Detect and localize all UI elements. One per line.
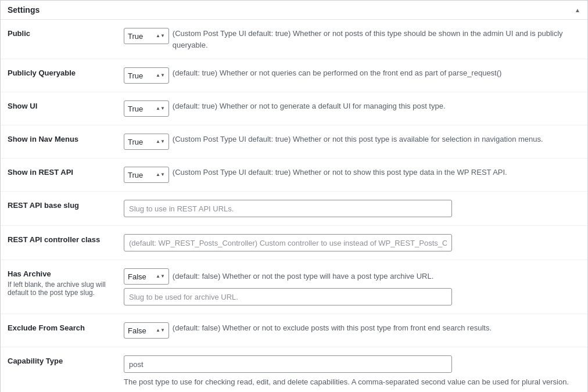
desc-exclude-from-search: (default: false) Whether or not to exclu…: [173, 322, 580, 334]
setting-row-capability-type: Capability Type The post type to use for…: [1, 347, 587, 392]
control-show-ui: True False ▲▼ (default: true) Whether or…: [124, 100, 580, 117]
select-wrapper-show-in-nav-menus[interactable]: True False ▲▼: [124, 134, 169, 150]
label-show-in-rest-api: Show in REST API: [8, 167, 124, 177]
label-public: Public: [8, 28, 124, 38]
select-arrows-publicly-queryable: ▲▼: [156, 73, 165, 78]
control-has-archive: False True ▲▼ (default: false) Whether o…: [124, 268, 580, 305]
control-publicly-queryable: True False ▲▼ (default: true) Whether or…: [124, 67, 580, 84]
select-public[interactable]: True False: [128, 32, 155, 41]
setting-row-show-in-rest-api: Show in REST API True False ▲▼ (Custom P…: [1, 159, 587, 192]
desc-has-archive: (default: false) Whether or not the post…: [173, 271, 580, 282]
select-wrapper-exclude-from-search[interactable]: False True ▲▼: [124, 322, 169, 339]
settings-header[interactable]: Settings ▲: [1, 1, 587, 20]
select-wrapper-show-in-rest-api[interactable]: True False ▲▼: [124, 167, 169, 183]
control-show-in-nav-menus: True False ▲▼ (Custom Post Type UI defau…: [124, 134, 580, 150]
control-capability-type: The post type to use for checking read, …: [124, 355, 580, 388]
label-has-archive-sub: If left blank, the archive slug will def…: [8, 280, 124, 297]
desc-show-in-nav-menus: (Custom Post Type UI default: true) Whet…: [173, 134, 580, 145]
select-arrows-show-ui: ▲▼: [156, 106, 165, 111]
setting-row-show-in-nav-menus: Show in Nav Menus True False ▲▼ (Custom …: [1, 125, 587, 159]
label-publicly-queryable: Publicly Queryable: [8, 67, 124, 77]
select-publicly-queryable[interactable]: True False: [128, 71, 155, 80]
input-capability-type[interactable]: [124, 355, 452, 373]
select-exclude-from-search[interactable]: False True: [128, 326, 155, 335]
select-arrows-exclude-from-search: ▲▼: [156, 328, 165, 333]
input-rest-api-controller-class[interactable]: [124, 234, 452, 251]
input-archive-slug[interactable]: [124, 288, 452, 305]
setting-row-rest-api-base-slug: REST API base slug: [1, 192, 587, 226]
setting-row-has-archive: Has Archive If left blank, the archive s…: [1, 260, 587, 314]
setting-row-exclude-from-search: Exclude From Search False True ▲▼ (defau…: [1, 314, 587, 347]
desc-capability-type: The post type to use for checking read, …: [124, 376, 580, 388]
desc-show-in-rest-api: (Custom Post Type UI default: true) Whet…: [173, 167, 580, 178]
select-wrapper-publicly-queryable[interactable]: True False ▲▼: [124, 67, 169, 84]
control-rest-api-controller-class: [124, 234, 580, 251]
control-exclude-from-search: False True ▲▼ (default: false) Whether o…: [124, 322, 580, 339]
toggle-icon: ▲: [575, 7, 580, 13]
desc-show-ui: (default: true) Whether or not to genera…: [173, 100, 580, 112]
settings-title: Settings: [8, 5, 40, 15]
setting-row-rest-api-controller-class: REST API controller class: [1, 226, 587, 260]
setting-row-show-ui: Show UI True False ▲▼ (default: true) Wh…: [1, 92, 587, 125]
select-show-in-rest-api[interactable]: True False: [128, 171, 155, 179]
label-has-archive: Has Archive If left blank, the archive s…: [8, 268, 124, 297]
setting-row-public: Public True False ▲▼ (Custom Post Type U…: [1, 20, 587, 59]
label-exclude-from-search: Exclude From Search: [8, 322, 124, 332]
control-show-in-rest-api: True False ▲▼ (Custom Post Type UI defau…: [124, 167, 580, 183]
label-capability-type: Capability Type: [8, 355, 124, 365]
select-wrapper-has-archive[interactable]: False True ▲▼: [124, 268, 169, 285]
select-arrows-public: ▲▼: [156, 34, 165, 38]
control-has-archive-row: False True ▲▼ (default: false) Whether o…: [124, 268, 580, 285]
label-rest-api-base-slug: REST API base slug: [8, 200, 124, 210]
settings-body: Public True False ▲▼ (Custom Post Type U…: [1, 20, 587, 392]
setting-row-publicly-queryable: Publicly Queryable True False ▲▼ (defaul…: [1, 59, 587, 92]
select-wrapper-show-ui[interactable]: True False ▲▼: [124, 100, 169, 117]
select-wrapper-public[interactable]: True False ▲▼: [124, 28, 169, 44]
desc-public: (Custom Post Type UI default: true) Whet…: [173, 28, 580, 51]
select-arrows-show-in-nav-menus: ▲▼: [156, 139, 165, 144]
settings-panel: Settings ▲ Public True False ▲▼ (Custom …: [0, 0, 588, 392]
select-show-in-nav-menus[interactable]: True False: [128, 138, 155, 146]
desc-publicly-queryable: (default: true) Whether or not queries c…: [173, 67, 580, 79]
label-rest-api-controller-class: REST API controller class: [8, 234, 124, 244]
select-show-ui[interactable]: True False: [128, 105, 155, 113]
input-rest-api-base-slug[interactable]: [124, 200, 452, 217]
select-arrows-has-archive: ▲▼: [156, 274, 165, 279]
control-public: True False ▲▼ (Custom Post Type UI defau…: [124, 28, 580, 51]
label-show-ui: Show UI: [8, 100, 124, 110]
label-show-in-nav-menus: Show in Nav Menus: [8, 134, 124, 143]
select-has-archive[interactable]: False True: [128, 272, 155, 281]
select-arrows-show-in-rest-api: ▲▼: [156, 172, 165, 177]
control-rest-api-base-slug: [124, 200, 580, 217]
